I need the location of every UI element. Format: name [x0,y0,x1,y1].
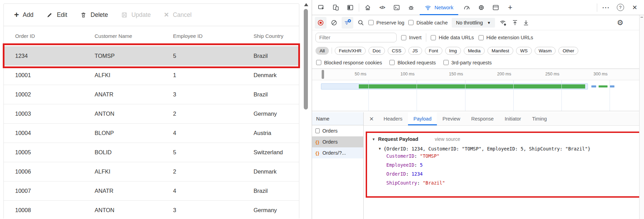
trash-icon [80,12,87,18]
grid-cell: 10003 [15,104,31,123]
record-network-log-icon[interactable] [315,17,326,29]
filter-chip-img[interactable]: Img [445,47,461,55]
filter-icon[interactable] [342,17,353,29]
help-icon[interactable]: ? [614,2,626,13]
home-icon[interactable] [362,2,374,13]
export-har-icon[interactable] [523,19,529,26]
grid-cell: BLONP [95,124,114,143]
active-tab-underline [420,14,458,15]
filter-chip-css[interactable]: CSS [388,47,406,55]
device-emulation-icon[interactable] [330,2,342,13]
tab-network[interactable]: Network [420,0,458,15]
close-detail-icon[interactable]: ✕ [365,116,378,122]
payload-key: ShipCountry [386,180,417,186]
delete-button[interactable]: Delete [80,11,108,19]
third-party-requests-checkbox[interactable]: 3rd-party requests [443,60,492,65]
request-row[interactable]: {}Orders [312,136,363,147]
table-row[interactable]: 10006ALFKI2Denmark [4,162,299,181]
tabbar-separator [359,3,359,12]
filter-input[interactable] [315,33,397,42]
inspect-element-icon[interactable] [315,2,327,13]
table-row[interactable]: 1234TOMSP5Brazil [4,46,299,66]
dock-side-icon[interactable] [344,2,356,13]
filter-chip-js[interactable]: JS [408,47,422,55]
timeline-gridline [561,80,562,111]
more-options-icon[interactable]: ⋯ [600,2,612,13]
performance-gauge-icon[interactable] [461,2,473,13]
page-scrollbar[interactable] [303,0,309,219]
timeline-gridline [368,80,369,111]
debugger-bug-icon[interactable] [405,2,417,13]
timeline-request-bar[interactable] [359,84,585,88]
scrollbar-thumb[interactable] [304,9,308,110]
grid-cell: 10007 [15,181,31,200]
more-tabs-plus-icon[interactable]: + [504,2,516,13]
memory-cpu-icon[interactable] [475,2,487,13]
detail-tab-preview[interactable]: Preview [437,112,466,125]
filter-chip-all[interactable]: All [315,47,329,55]
scroll-up-arrow-icon[interactable] [304,3,308,6]
table-row[interactable]: 10008ANTON3Germany [4,201,299,219]
collapse-triangle-icon[interactable]: ▼ [372,137,375,141]
filter-chip-media[interactable]: Media [464,47,485,55]
detail-tab-payload[interactable]: Payload [408,112,437,125]
grid-cell: 3 [173,85,176,104]
table-row[interactable]: 10004BLONP4Austria [4,124,299,143]
close-devtools-icon[interactable]: ✕ [629,2,641,13]
filter-chip-other[interactable]: Other [558,47,578,55]
table-row[interactable]: 10002ANATR3Brazil [4,85,299,104]
network-conditions-icon[interactable] [499,19,507,27]
throttling-select[interactable]: No throttling ▼ [452,18,495,28]
table-row[interactable]: 10001ALFKI1Denmark [4,66,299,85]
network-toolbar: Preserve log Disable cache No throttling… [312,15,644,30]
blocked-response-cookies-checkbox[interactable]: Blocked response cookies [316,60,382,65]
grid-cell: Brazil [254,46,268,65]
console-tab-icon[interactable] [391,2,402,13]
table-row[interactable]: 10003ANTON2Germany [4,104,299,124]
hide-data-urls-checkbox[interactable]: Hide data URLs [431,35,474,40]
request-row[interactable]: {}Orders/?... [312,147,363,158]
filter-chip-wasm[interactable]: Wasm [535,47,556,55]
invert-checkbox[interactable]: Invert [401,35,421,40]
elements-tab-icon[interactable]: </> [376,2,388,13]
filter-chip-fetch-xhr[interactable]: Fetch/XHR [335,47,366,55]
preserve-log-checkbox[interactable]: Preserve log [368,20,404,25]
detail-tab-timing[interactable]: Timing [527,112,552,125]
search-icon[interactable] [357,19,364,26]
timeline-tick-label: 150 ms [441,72,463,76]
grid-cell: ANATR [95,85,114,104]
add-button[interactable]: + Add [14,11,33,19]
add-button-label: Add [23,11,33,19]
edit-button[interactable]: Edit [46,11,67,19]
hide-extension-urls-checkbox[interactable]: Hide extension URLs [479,35,533,40]
detail-tab-initiator[interactable]: Initiator [499,112,527,125]
timeline-small-bar [591,85,596,87]
collapse-triangle-icon[interactable]: ▼ [379,147,381,150]
filter-chip-manifest[interactable]: Manifest [487,47,513,55]
application-panel-icon[interactable] [490,2,502,13]
request-rows: Orders{}Orders{}Orders/?... [312,125,363,158]
table-row[interactable]: 10007ANATR4Brazil [4,181,299,201]
detail-tab-response[interactable]: Response [466,112,499,125]
clear-network-log-icon[interactable] [331,19,337,26]
timeline-left-handle[interactable] [322,70,324,79]
filter-chip-ws[interactable]: WS [516,47,532,55]
network-settings-gear-icon[interactable]: ⚙ [617,19,623,27]
table-row[interactable]: 10005BOLID5Switzerland [4,143,299,162]
disable-cache-checkbox[interactable]: Disable cache [408,20,448,25]
payload-colon: : [417,180,422,186]
grid-cell: ANTON [95,104,114,123]
devtools-scrollbar[interactable] [639,15,644,219]
grid-cell: 2 [173,104,176,123]
detail-tab-headers[interactable]: Headers [378,112,408,125]
blocked-requests-checkbox[interactable]: Blocked requests [389,60,436,65]
filter-chip-doc[interactable]: Doc [368,47,385,55]
request-row[interactable]: Orders [312,125,363,136]
cancel-icon: ✕ [164,11,169,19]
filter-chip-font[interactable]: Font [425,47,442,55]
view-source-link[interactable]: view source [435,136,460,142]
pencil-icon [46,12,53,18]
network-bottom-split: Name Orders{}Orders{}Orders/?... ✕ Heade… [312,112,644,219]
import-har-icon[interactable] [512,19,518,26]
request-list-header[interactable]: Name [312,112,363,125]
